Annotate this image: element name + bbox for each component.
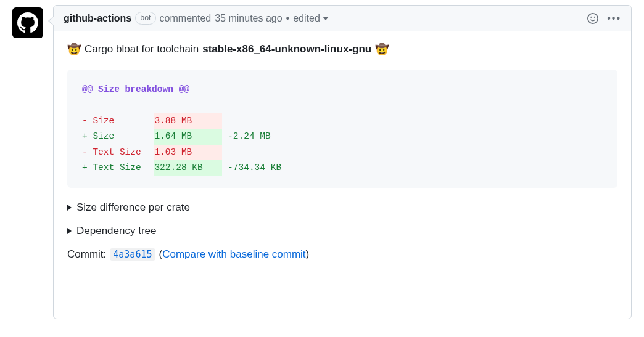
summary-dependency-tree[interactable]: Dependency tree bbox=[67, 225, 617, 237]
comment-container: github-actions bot commented 35 minutes … bbox=[53, 5, 632, 319]
commented-label: commented bbox=[160, 13, 212, 24]
caret-down-icon bbox=[323, 15, 329, 22]
timestamp[interactable]: 35 minutes ago bbox=[215, 13, 282, 24]
github-icon bbox=[17, 12, 38, 33]
details-dependency-tree[interactable]: Dependency tree bbox=[67, 225, 617, 237]
comment-title: 🤠 Cargo bloat for toolchain stable-x86_6… bbox=[67, 43, 617, 56]
cowboy-emoji: 🤠 bbox=[67, 43, 81, 56]
paren-close: ) bbox=[306, 248, 310, 260]
more-actions-button[interactable]: ••• bbox=[607, 14, 621, 23]
author-name[interactable]: github-actions bbox=[64, 13, 131, 24]
diff-row-del: - Size3.88 MB bbox=[82, 116, 222, 126]
diff-row-add: + Text Size322.28 KB -734.34 KB bbox=[82, 163, 281, 173]
diff-row-add: + Size1.64 MB -2.24 MB bbox=[82, 131, 271, 141]
diff-code-block: @@ Size breakdown @@ - Size3.88 MB + Siz… bbox=[67, 70, 617, 188]
comment-body: 🤠 Cargo bloat for toolchain stable-x86_6… bbox=[54, 31, 631, 269]
commit-line: Commit: 4a3a615 (Compare with baseline c… bbox=[67, 248, 617, 261]
details-size-per-crate[interactable]: Size difference per crate bbox=[67, 201, 617, 214]
cowboy-emoji: 🤠 bbox=[375, 43, 389, 56]
react-button[interactable] bbox=[587, 13, 598, 24]
commit-label: Commit: bbox=[67, 248, 106, 261]
compare-link[interactable]: Compare with baseline commit bbox=[162, 248, 305, 260]
diff-header: @@ Size breakdown @@ bbox=[82, 84, 189, 94]
edited-label: edited bbox=[293, 13, 320, 24]
avatar[interactable] bbox=[12, 7, 43, 38]
summary-size-per-crate[interactable]: Size difference per crate bbox=[67, 201, 617, 214]
title-prefix: Cargo bloat for toolchain bbox=[85, 43, 199, 55]
smiley-icon bbox=[587, 13, 598, 24]
bot-badge: bot bbox=[135, 12, 155, 25]
commit-hash[interactable]: 4a3a615 bbox=[110, 248, 155, 261]
separator: • bbox=[286, 13, 290, 24]
edited-dropdown[interactable]: edited bbox=[293, 13, 329, 24]
comment-header: github-actions bot commented 35 minutes … bbox=[54, 6, 631, 31]
kebab-icon: ••• bbox=[607, 14, 621, 23]
diff-row-del: - Text Size1.03 MB bbox=[82, 147, 222, 157]
toolchain-name: stable-x86_64-unknown-linux-gnu bbox=[202, 43, 371, 55]
